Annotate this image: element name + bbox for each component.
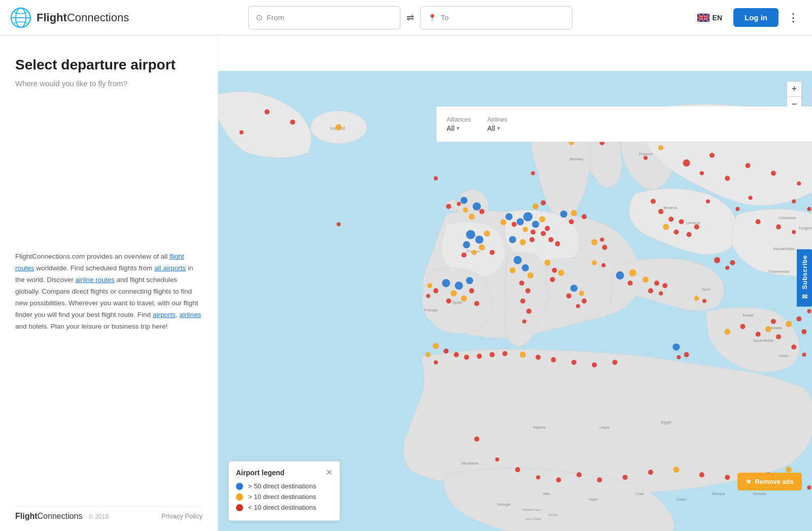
svg-point-124: [616, 271, 624, 279]
svg-point-188: [673, 467, 679, 473]
svg-point-84: [463, 241, 470, 249]
from-input[interactable]: [266, 13, 393, 22]
svg-point-116: [552, 268, 557, 273]
more-menu-button[interactable]: ⋮: [785, 11, 802, 24]
alliances-value: All: [447, 124, 455, 132]
svg-point-83: [475, 236, 483, 244]
from-icon: ⊙: [256, 13, 262, 22]
svg-point-154: [676, 355, 681, 359]
language-button[interactable]: EN: [692, 11, 727, 25]
svg-point-142: [700, 171, 704, 175]
to-input[interactable]: [441, 13, 565, 22]
svg-point-104: [426, 352, 431, 357]
legend-dot-orange: [236, 493, 243, 501]
all-airports-link[interactable]: all airports: [154, 264, 186, 272]
subscribe-wrap: ✉ Subscribe: [797, 250, 812, 307]
svg-point-202: [592, 260, 597, 265]
footer-privacy-link[interactable]: Privacy Policy: [161, 512, 202, 520]
svg-point-98: [446, 298, 451, 303]
svg-point-102: [427, 283, 432, 288]
airlines-link[interactable]: airlines: [179, 311, 201, 318]
svg-point-196: [540, 231, 546, 236]
svg-text:Ukraine: Ukraine: [687, 221, 701, 225]
svg-point-211: [807, 309, 811, 313]
footer-copy: © 2019: [89, 513, 109, 520]
star-icon: ★: [746, 478, 752, 485]
zoom-in-button[interactable]: +: [787, 81, 802, 96]
svg-point-176: [571, 360, 577, 365]
legend-close-button[interactable]: ✕: [326, 468, 332, 477]
svg-point-156: [740, 324, 745, 329]
svg-point-190: [725, 475, 730, 480]
svg-point-77: [540, 200, 546, 205]
swap-icon[interactable]: ⇌: [404, 12, 416, 23]
remove-ads-label: Remove ads: [755, 478, 794, 485]
svg-text:Mali: Mali: [543, 492, 550, 495]
remove-ads-button[interactable]: ★ Remove ads: [737, 473, 802, 490]
svg-point-177: [592, 362, 597, 367]
svg-text:Senegal: Senegal: [497, 503, 511, 507]
svg-point-67: [500, 219, 506, 225]
svg-point-80: [582, 214, 587, 219]
svg-text:Norway: Norway: [569, 157, 583, 161]
footer-logo: FlightConnections: [15, 512, 85, 520]
alliances-select[interactable]: All ▾: [447, 124, 471, 132]
svg-point-200: [602, 245, 607, 250]
svg-point-94: [455, 281, 463, 290]
svg-point-140: [771, 171, 776, 176]
svg-point-105: [434, 360, 438, 364]
legend-header: Airport legend ✕: [236, 468, 332, 477]
svg-text:Kuwait: Kuwait: [742, 313, 753, 317]
svg-point-133: [679, 219, 684, 224]
svg-point-122: [582, 298, 587, 303]
svg-point-187: [648, 470, 653, 475]
svg-point-143: [797, 182, 801, 186]
alliances-chevron: ▾: [457, 125, 459, 131]
svg-point-172: [502, 351, 507, 356]
svg-point-161: [786, 321, 792, 327]
svg-point-197: [549, 237, 554, 242]
svg-point-169: [464, 355, 469, 360]
svg-text:Libya: Libya: [599, 425, 610, 430]
svg-point-45: [531, 171, 535, 175]
svg-point-198: [555, 241, 560, 246]
legend-title: Airport legend: [236, 469, 285, 477]
footer-brand: FlightConnections © 2019: [15, 512, 109, 521]
svg-text:Chad: Chad: [635, 492, 644, 495]
svg-point-166: [433, 343, 439, 349]
from-input-wrap[interactable]: ⊙: [248, 6, 400, 29]
airlines-select[interactable]: All ▾: [487, 124, 507, 132]
svg-point-207: [792, 199, 796, 203]
svg-text:Oman: Oman: [779, 354, 788, 358]
svg-point-119: [570, 285, 578, 292]
sidebar-title: Select departure airport: [15, 56, 202, 74]
svg-point-203: [601, 263, 605, 267]
svg-point-63: [479, 209, 484, 214]
svg-point-134: [694, 224, 699, 229]
svg-point-186: [623, 475, 628, 480]
subscribe-button[interactable]: ✉ Subscribe: [797, 250, 812, 307]
svg-point-123: [576, 304, 580, 308]
svg-point-55: [644, 156, 648, 160]
svg-point-183: [556, 477, 561, 482]
svg-point-127: [654, 280, 659, 286]
svg-point-91: [520, 239, 526, 245]
airports-link[interactable]: airports: [153, 311, 176, 318]
svg-point-69: [523, 212, 532, 221]
svg-point-135: [673, 229, 679, 234]
to-input-wrap[interactable]: 📍: [420, 6, 572, 29]
svg-point-61: [468, 214, 475, 220]
airline-routes-link[interactable]: airline routes: [76, 276, 115, 284]
svg-text:Portugal: Portugal: [424, 308, 438, 312]
svg-point-115: [544, 260, 550, 266]
svg-point-95: [466, 277, 473, 284]
svg-point-163: [801, 329, 806, 334]
login-button[interactable]: Log in: [733, 8, 779, 27]
svg-point-106: [514, 256, 522, 264]
svg-point-111: [525, 288, 530, 293]
svg-point-138: [709, 153, 715, 158]
svg-point-118: [550, 277, 555, 282]
airport-legend: Airport legend ✕ > 50 direct destination…: [228, 461, 340, 521]
svg-point-79: [571, 210, 577, 216]
sidebar-description: FlightConnections.com provides an overvi…: [15, 251, 202, 333]
